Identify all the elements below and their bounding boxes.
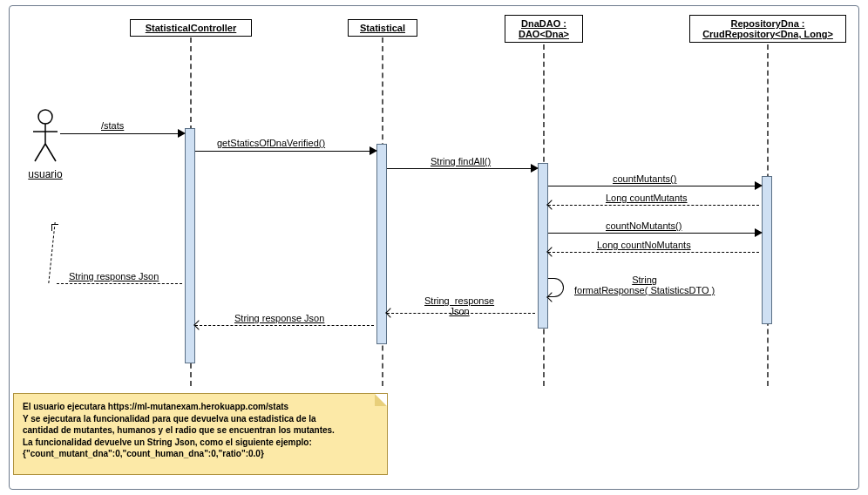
note-line: {"count_mutant_dna":0,"count_human_dna":…	[23, 448, 378, 460]
arrow-stats	[60, 133, 182, 134]
arrow-countmutants	[548, 186, 759, 186]
msg-return-json-3: String response Json	[69, 271, 159, 281]
diagram-frame: StatisticalController Statistical DnaDAO…	[9, 5, 859, 490]
arrow-diag-segment	[48, 222, 55, 283]
svg-point-0	[38, 110, 52, 124]
svg-line-4	[45, 144, 56, 161]
activation-repository-dna	[762, 176, 772, 324]
arrow-countnomutants	[548, 233, 759, 234]
note-line: cantidad de mutantes, humanos y el radio…	[23, 424, 378, 437]
arrow-findall	[387, 168, 535, 169]
arrow-return-json-3	[57, 283, 182, 284]
participant-statistical-controller: StatisticalController	[130, 19, 252, 37]
arrow-return-countnomutants	[548, 252, 759, 253]
note-line: La funcionalidad devuelve un String Json…	[23, 437, 378, 449]
activation-dna-dao	[538, 163, 548, 329]
msg-return-countnomutants: Long countNoMutants	[597, 240, 691, 250]
arrow-return-json-2	[195, 325, 374, 326]
participant-dna-dao: DnaDAO : DAO<Dna>	[505, 15, 583, 43]
arrowhead	[546, 200, 556, 209]
note-line: Y se ejecutara la funcionalidad para que…	[23, 413, 378, 425]
arrowhead	[370, 146, 377, 155]
msg-formatresponse: String formatResponse( StatisticsDTO )	[574, 275, 715, 295]
msg-stats: /stats	[101, 120, 124, 131]
arrow-getstatics	[195, 151, 374, 152]
msg-return-json-2: String response Json	[234, 313, 324, 323]
note-fold-icon	[375, 394, 387, 406]
arrowhead	[546, 247, 556, 256]
participant-repository-dna: RepositoryDna : CrudRepository<Dna, Long…	[689, 15, 846, 43]
note-line: El usuario ejecutara https://ml-mutanexa…	[23, 401, 378, 413]
activation-statistical	[376, 144, 387, 344]
msg-getstatics: getStaticsOfDnaVerified()	[217, 138, 325, 148]
diagram-note: El usuario ejecutara https://ml-mutanexa…	[13, 393, 388, 475]
msg-findall: String findAll()	[431, 156, 491, 166]
arrowhead	[385, 308, 395, 317]
stick-figure-icon	[30, 109, 61, 165]
arrowhead	[755, 228, 763, 237]
msg-return-countmutants: Long countMutants	[606, 193, 688, 203]
actor-label: usuario	[24, 168, 67, 180]
msg-countmutants: countMutants()	[613, 173, 676, 184]
arrowhead	[531, 164, 539, 173]
participant-statistical: Statistical	[348, 19, 417, 37]
arrowhead	[755, 181, 763, 190]
arrowhead	[193, 320, 203, 329]
arrow-return-countmutants	[548, 205, 759, 206]
svg-line-3	[35, 144, 45, 161]
arrowhead	[178, 129, 186, 138]
msg-return-json-1: String response Json	[424, 295, 494, 316]
msg-countnomutants: countNoMutants()	[606, 220, 682, 231]
actor-usuario: usuario	[24, 109, 67, 180]
activation-statistical-controller	[185, 128, 195, 363]
